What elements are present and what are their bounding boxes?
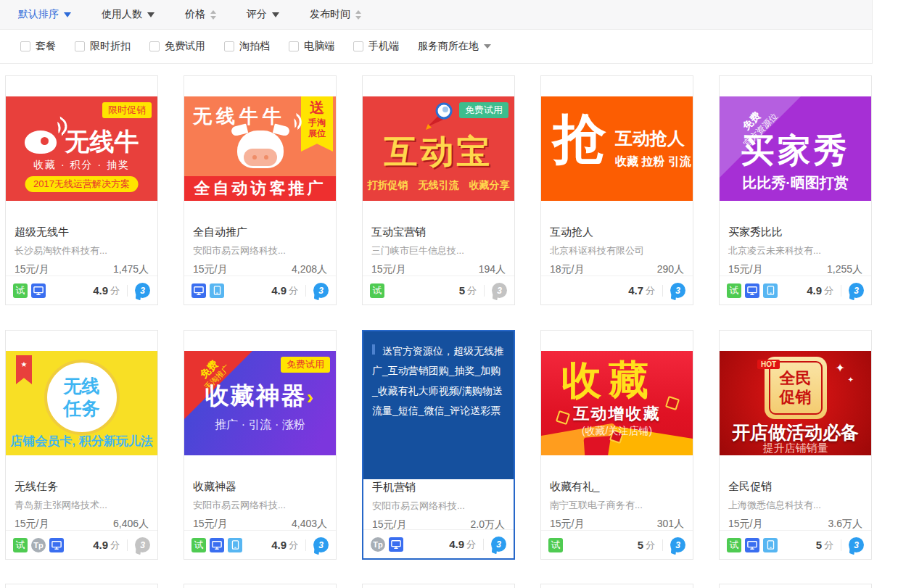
sparkle-icon: ✦ [848, 376, 854, 384]
sort-arrow-both-icon [355, 10, 361, 20]
card-price: 15元/月 [15, 263, 49, 276]
sort-item-price[interactable]: 价格 [185, 8, 216, 21]
banner-title: 收藏 [561, 354, 656, 407]
card-users: 3.6万人 [828, 518, 862, 531]
card-price: 15元/月 [550, 518, 584, 531]
card-price: 15元/月 [728, 263, 762, 276]
checkbox-icon[interactable] [224, 41, 234, 51]
next-row-card-stub [540, 584, 693, 588]
checkbox-icon[interactable] [353, 41, 363, 51]
provider-location-dropdown[interactable]: 服务商所在地 [418, 40, 491, 53]
card-users: 4,208人 [292, 263, 327, 276]
wangwang-icon[interactable]: 3 [313, 537, 329, 552]
banner-slogan-pill: 2017无线运营解决方案 [25, 176, 139, 192]
cue-arrow-icon: › [307, 386, 315, 408]
trial-icon: 试 [13, 538, 28, 552]
sort-item-publish-time[interactable]: 发布时间 [310, 8, 361, 21]
rating-unit: 分 [646, 539, 655, 552]
card-title: 互动宝营销 [371, 225, 426, 239]
service-card[interactable]: 无线牛牛 送 手淘 展位 全自动访客推广 全自动推广 安阳市易云网络科技... … [184, 75, 337, 305]
card-title: 收藏有礼_ [550, 480, 599, 494]
service-card[interactable]: 全民 促销 HOT ✦ ✦ 开店做活动必备 提升店铺销量 全民促销 上海微悉信息… [719, 330, 872, 560]
next-row-card-stub [184, 584, 337, 588]
card-description-overlay: 送官方资源位，超级无线推广_互动营销团购_抽奖_加购_收藏有礼大师视频/满购物送… [363, 331, 514, 479]
rating-unit: 分 [467, 284, 477, 297]
service-market-page: 默认排序 使用人数 价格 评分 发布时间 套餐 限时折扣 [0, 0, 898, 588]
rating-unit: 分 [289, 284, 298, 297]
mobile-icon [210, 283, 224, 298]
wangwang-icon[interactable]: 3 [849, 537, 864, 552]
rating-unit: 分 [824, 284, 833, 297]
banner-subtitle: 店铺会员卡, 积分新玩儿法 [6, 433, 157, 450]
wangwang-icon[interactable]: 3 [670, 283, 685, 298]
service-card[interactable]: 免费试用 互动宝 打折促销 无线引流 收藏分享 互动宝营销 三门峡市巨牛信息技.… [362, 75, 515, 305]
card-users: 1,255人 [827, 263, 862, 276]
checkbox-icon[interactable] [75, 41, 85, 51]
wangwang-icon[interactable]: 3 [491, 537, 506, 552]
banner-subtitle: 收藏 · 积分 · 抽奖 [6, 159, 157, 172]
ribbon-text: 送 [301, 98, 333, 117]
card-footer: 试 5 分 3 [720, 530, 871, 559]
card-price: 15元/月 [728, 518, 762, 531]
card-company: 长沙易淘软件科技有... [15, 244, 107, 257]
card-rating: 4.9 [93, 539, 108, 551]
trial-icon: 试 [13, 283, 28, 298]
wangwang-icon[interactable]: 3 [313, 283, 329, 298]
service-card[interactable]: 抢 互动抢人 收藏 拉粉 引流 互动抢人 北京科讴科技有限公司 18元/月 29… [540, 75, 693, 305]
checkbox-icon[interactable] [149, 41, 160, 51]
divider [841, 539, 841, 551]
card-footer: 试 5 分 3 [363, 276, 514, 305]
service-card-selected[interactable]: 送官方资源位，超级无线推广_互动营销团购_抽奖_加购_收藏有礼大师视频/满购物送… [362, 330, 515, 560]
filter-checkbox-pc[interactable]: 电脑端 [289, 40, 334, 53]
filter-bar: 套餐 限时折扣 免费试用 淘拍档 电脑端 手机端 服务商所在地 [0, 30, 873, 64]
card-rating: 4.7 [628, 284, 643, 297]
wangwang-icon[interactable]: 3 [849, 283, 864, 298]
checkbox-icon[interactable] [20, 41, 30, 51]
wangwang-offline-icon[interactable]: 3 [135, 537, 150, 552]
card-rating: 4.9 [93, 284, 108, 297]
filter-checkbox-taopaidang[interactable]: 淘拍档 [224, 40, 270, 53]
banner-title: 收藏神器› [184, 380, 336, 413]
wangwang-icon[interactable]: 3 [670, 537, 685, 552]
card-users: 194人 [479, 263, 506, 276]
pc-icon [191, 283, 206, 298]
filter-checkbox-mobile[interactable]: 手机端 [353, 40, 399, 53]
wangwang-icon[interactable]: 3 [135, 283, 150, 298]
service-card[interactable]: 收藏 互动增收藏 (收藏/关注店铺) 收藏有礼_ 南宁互联电子商务有... 15… [540, 330, 693, 560]
card-banner: ★ 无线 任务 店铺会员卡, 积分新玩儿法 [6, 351, 157, 455]
sort-item-rating[interactable]: 评分 [247, 8, 279, 21]
rating-unit: 分 [646, 284, 655, 297]
banner-subtitle: 收藏 拉粉 引流 [615, 154, 691, 170]
card-banner: 抢 互动抢人 收藏 拉粉 引流 [541, 96, 693, 201]
next-row-card-stub [5, 584, 158, 588]
free-trial-badge: 免费试用 [459, 102, 508, 118]
service-card[interactable]: 免费 手淘推广 免费试用 收藏神器› 推广 · 引流 · 涨粉 收藏神器 安阳市… [184, 330, 337, 560]
divider [662, 285, 663, 297]
wangwang-offline-icon[interactable]: 3 [492, 283, 507, 298]
filter-checkbox-limited-discount[interactable]: 限时折扣 [75, 40, 131, 53]
sort-item-users[interactable]: 使用人数 [102, 8, 155, 21]
card-banner: 限时促销 无线牛 收藏 · 积分 · 抽奖 2017无线运营解决方案 [6, 96, 157, 201]
pc-icon [49, 538, 64, 552]
card-rating: 4.9 [449, 538, 464, 550]
sort-item-default[interactable]: 默认排序 [18, 8, 71, 21]
filter-checkbox-free-trial[interactable]: 免费试用 [149, 40, 205, 53]
filter-label: 电脑端 [304, 40, 334, 53]
card-banner: 无线牛牛 送 手淘 展位 全自动访客推广 [184, 96, 336, 201]
service-card[interactable]: ★ 无线 任务 店铺会员卡, 积分新玩儿法 无线任务 青岛新主张网络技术... … [5, 330, 158, 560]
card-footer: 试 Tp 4.9 分 3 [6, 530, 157, 559]
card-company: 安阳市易云网络科技... [193, 499, 286, 512]
card-banner: 免费 手淘推广 免费试用 收藏神器› 推广 · 引流 · 涨粉 [184, 351, 336, 455]
divider [841, 285, 841, 297]
checkbox-icon[interactable] [289, 41, 299, 51]
service-card[interactable]: 限时促销 无线牛 收藏 · 积分 · 抽奖 2017无线运营解决方案 超级无线牛… [5, 75, 158, 305]
card-banner: 全民 促销 HOT ✦ ✦ 开店做活动必备 提升店铺销量 [720, 351, 871, 455]
banner-title: 互动抢人 [615, 127, 685, 150]
service-card[interactable]: 免费 官方资源位 买家秀 比比秀·晒图打赏 买家秀比比 北京凌云未来科技有...… [719, 75, 872, 305]
card-price: 18元/月 [550, 263, 584, 276]
trial-icon: 试 [727, 538, 741, 552]
pc-icon [389, 537, 403, 552]
divider [483, 539, 484, 550]
filter-checkbox-package[interactable]: 套餐 [20, 40, 56, 53]
sort-label: 发布时间 [310, 8, 350, 21]
